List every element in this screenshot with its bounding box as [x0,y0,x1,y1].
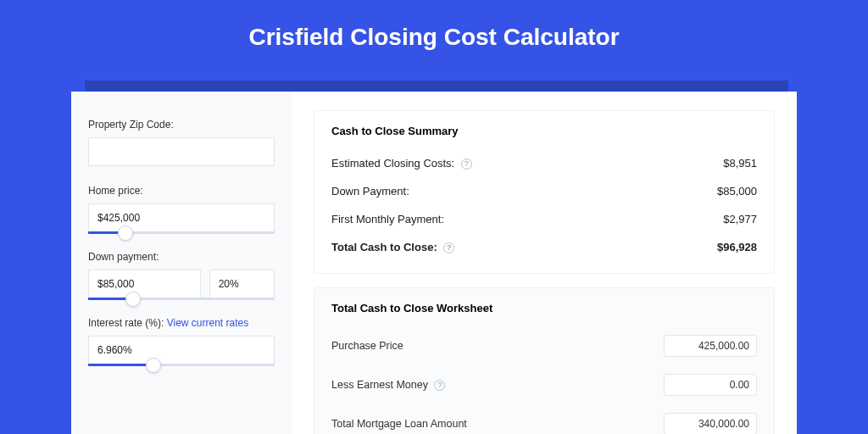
worksheet-row-value[interactable]: 425,000.00 [664,335,757,357]
interest-rate-input[interactable] [88,336,275,364]
summary-row: Down Payment: $85,000 [331,177,757,205]
worksheet-row-value[interactable]: 340,000.00 [664,413,757,434]
home-price-field: Home price: [88,185,275,232]
summary-row-value: $85,000 [717,185,757,198]
interest-rate-field: Interest rate (%): View current rates [88,317,275,364]
help-icon[interactable]: ? [443,242,454,253]
worksheet-row: Purchase Price 425,000.00 [331,326,757,365]
worksheet-row-label: Purchase Price [331,340,403,352]
interest-rate-slider-thumb[interactable] [146,358,161,373]
view-current-rates-link[interactable]: View current rates [167,317,249,329]
help-icon[interactable]: ? [461,159,472,170]
interest-rate-label-text: Interest rate (%): [88,317,167,329]
summary-panel: Cash to Close Summary Estimated Closing … [314,110,775,274]
interest-rate-label: Interest rate (%): View current rates [88,317,275,329]
worksheet-row: Less Earnest Money ? 0.00 [331,365,757,404]
down-payment-label: Down payment: [88,251,275,263]
summary-row-value: $2,977 [723,213,757,225]
worksheet-title: Total Cash to Close Worksheet [331,302,757,314]
summary-total-value: $96,928 [717,241,757,253]
summary-row-value: $8,951 [723,157,757,170]
summary-row: First Monthly Payment: $2,977 [331,205,757,233]
help-icon[interactable]: ? [434,380,445,391]
worksheet-row-label: Less Earnest Money ? [331,379,445,391]
summary-row: Estimated Closing Costs: ? $8,951 [331,149,757,177]
down-payment-input[interactable] [88,270,201,298]
summary-row-label: Estimated Closing Costs: ? [331,157,472,170]
worksheet-row-label-text: Less Earnest Money [331,379,428,391]
summary-title: Cash to Close Summary [331,125,757,137]
summary-total-row: Total Cash to Close: ? $96,928 [331,233,757,261]
down-payment-slider-thumb[interactable] [125,292,141,307]
worksheet-row-label: Total Mortgage Loan Amount [331,418,467,430]
worksheet-row: Total Mortgage Loan Amount 340,000.00 [331,404,757,434]
zip-input[interactable] [88,137,275,166]
down-payment-pct-input[interactable] [209,270,275,298]
zip-field: Property Zip Code: [88,119,275,166]
home-price-input[interactable] [88,203,275,232]
summary-row-label-text: Estimated Closing Costs: [331,157,454,170]
worksheet-panel: Total Cash to Close Worksheet Purchase P… [314,287,775,434]
down-payment-field: Down payment: [88,251,275,298]
results-main: Cash to Close Summary Estimated Closing … [292,92,797,434]
zip-label: Property Zip Code: [88,119,275,131]
calculator-card: Property Zip Code: Home price: Down paym… [71,92,797,434]
summary-total-label-text: Total Cash to Close: [331,241,437,253]
home-price-slider-fill [88,231,122,234]
worksheet-row-value[interactable]: 0.00 [664,374,757,396]
summary-row-label: Down Payment: [331,185,409,198]
home-price-label: Home price: [88,185,275,197]
inputs-sidebar: Property Zip Code: Home price: Down paym… [71,92,292,434]
home-price-slider-thumb[interactable] [118,225,133,241]
summary-total-label: Total Cash to Close: ? [331,241,454,253]
summary-row-label: First Monthly Payment: [331,213,444,225]
page-title: Crisfield Closing Cost Calculator [0,0,868,70]
interest-rate-slider-fill [88,364,150,366]
down-payment-slider-fill [88,298,129,300]
